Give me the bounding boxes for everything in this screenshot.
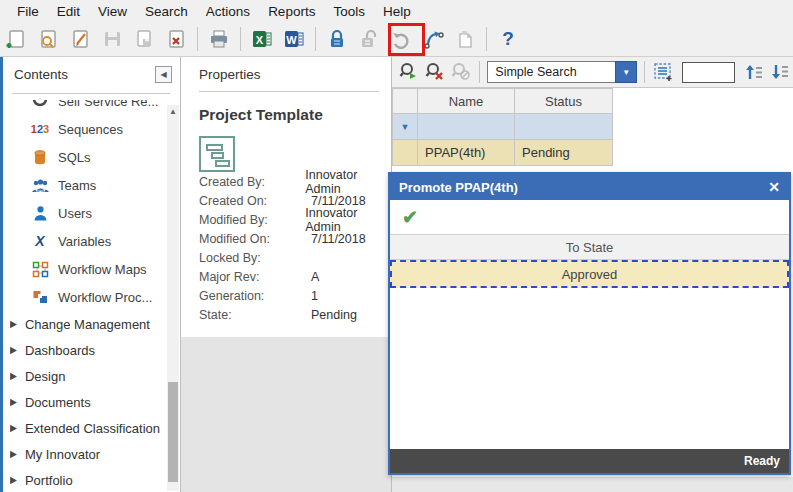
search-button[interactable] bbox=[33, 25, 63, 53]
workflow-process-icon bbox=[30, 288, 50, 306]
close-button[interactable]: ✕ bbox=[768, 179, 780, 195]
properties-panel: Properties Project Template Created By: … bbox=[181, 57, 392, 492]
clear-search-button[interactable] bbox=[422, 59, 448, 85]
workflow-map-icon bbox=[30, 260, 50, 278]
sidebar-item-variables[interactable]: X Variables bbox=[0, 227, 180, 255]
chevron-right-icon[interactable]: ▶ bbox=[10, 397, 17, 408]
menu-edit[interactable]: Edit bbox=[48, 2, 89, 21]
toolbar-separator bbox=[486, 27, 487, 51]
chevron-right-icon[interactable]: ▶ bbox=[10, 319, 17, 330]
sidebar-item-sequences[interactable]: 123 Sequences bbox=[0, 115, 180, 143]
promote-dialog: Promote PPAP(4th) ✕ ✔ To State Approved … bbox=[388, 172, 791, 475]
sidebar-item-teams[interactable]: Teams bbox=[0, 171, 180, 199]
search-mode-select[interactable]: Simple Search ▼ bbox=[487, 61, 637, 83]
sidebar-item-label: Dashboards bbox=[25, 343, 95, 358]
save-as-button[interactable] bbox=[129, 25, 159, 53]
chevron-right-icon[interactable]: ▶ bbox=[10, 449, 17, 460]
collapse-left-icon: ◀ bbox=[160, 70, 166, 79]
chevron-down-icon: ▼ bbox=[622, 68, 630, 77]
cell-status[interactable]: Pending bbox=[515, 140, 613, 166]
menu-reports[interactable]: Reports bbox=[259, 2, 324, 21]
sidebar-item-users[interactable]: Users bbox=[0, 199, 180, 227]
page-size-input[interactable] bbox=[682, 62, 734, 83]
delete-button[interactable] bbox=[161, 25, 191, 53]
chevron-right-icon[interactable]: ▶ bbox=[10, 371, 17, 382]
paste-button[interactable] bbox=[450, 25, 480, 53]
chevron-right-icon[interactable]: ▶ bbox=[10, 475, 17, 486]
to-state-column-header: To State bbox=[390, 234, 789, 260]
scrollbar-thumb[interactable] bbox=[168, 382, 178, 482]
sidebar-item-change-management[interactable]: ▶ Change Management bbox=[0, 311, 180, 337]
row-handle-cell[interactable] bbox=[393, 140, 418, 166]
menu-actions[interactable]: Actions bbox=[197, 2, 259, 21]
edit-button[interactable] bbox=[65, 25, 95, 53]
grid-header-row: Name Status bbox=[393, 89, 613, 114]
state-option-approved[interactable]: Approved bbox=[390, 260, 789, 288]
sidebar-item-workflow-processes[interactable]: Workflow Proc... bbox=[0, 283, 180, 311]
field-label: Modified By: bbox=[199, 213, 305, 227]
export-excel-button[interactable]: X bbox=[247, 25, 277, 53]
chevron-right-icon[interactable]: ▶ bbox=[10, 423, 17, 434]
sidebar-scrollbar[interactable]: ▲ bbox=[167, 105, 179, 491]
menu-search[interactable]: Search bbox=[136, 2, 197, 21]
column-header-status[interactable]: Status bbox=[515, 89, 613, 114]
word-icon: W bbox=[283, 28, 305, 50]
dropdown-button[interactable]: ▼ bbox=[615, 61, 637, 83]
undo-icon bbox=[390, 28, 412, 50]
application-window: File Edit View Search Actions Reports To… bbox=[0, 0, 793, 492]
new-item-button[interactable] bbox=[1, 25, 31, 53]
properties-panel-title: Properties bbox=[181, 57, 391, 82]
chevron-right-icon[interactable]: ▶ bbox=[10, 345, 17, 356]
menu-help[interactable]: Help bbox=[374, 2, 420, 21]
sidebar-item-label: Self Service Re... bbox=[58, 100, 158, 109]
sidebar-item-workflow-maps[interactable]: Workflow Maps bbox=[0, 255, 180, 283]
unlock-button[interactable] bbox=[354, 25, 384, 53]
run-search-button[interactable] bbox=[396, 59, 422, 85]
cell-name[interactable]: PPAP(4th) bbox=[418, 140, 515, 166]
divider bbox=[12, 93, 170, 94]
filter-input-name[interactable] bbox=[418, 114, 515, 140]
dialog-toolbar: ✔ bbox=[390, 200, 789, 234]
dialog-title-bar[interactable]: Promote PPAP(4th) ✕ bbox=[390, 174, 789, 200]
scroll-up-icon[interactable]: ▲ bbox=[167, 107, 179, 116]
teams-icon bbox=[30, 176, 50, 194]
save-as-icon bbox=[133, 28, 155, 50]
contents-tree: Self Service Re... 123 Sequences SQLs Te… bbox=[0, 100, 180, 492]
menu-view[interactable]: View bbox=[89, 2, 136, 21]
help-button[interactable]: ? bbox=[493, 25, 523, 53]
sidebar-item-label: SQLs bbox=[58, 150, 91, 165]
filter-input-status[interactable] bbox=[515, 114, 613, 140]
sequences-123-icon: 123 bbox=[30, 120, 50, 138]
sidebar-item-dashboards[interactable]: ▶ Dashboards bbox=[0, 337, 180, 363]
results-grid: Name Status ▼ PPAP(4th) Pending bbox=[392, 88, 613, 166]
sidebar-item-sqls[interactable]: SQLs bbox=[0, 143, 180, 171]
sidebar-item-extended-classification[interactable]: ▶ Extended Classification bbox=[0, 415, 180, 441]
collapse-panel-button[interactable]: ◀ bbox=[155, 66, 172, 83]
search-disabled-button bbox=[448, 59, 474, 85]
sort-descending-button[interactable] bbox=[767, 59, 793, 85]
sidebar-item-label: Workflow Maps bbox=[58, 262, 147, 277]
menu-file[interactable]: File bbox=[8, 2, 48, 21]
promote-button[interactable] bbox=[418, 25, 448, 53]
sidebar-item-documents[interactable]: ▶ Documents bbox=[0, 389, 180, 415]
export-word-button[interactable]: W bbox=[279, 25, 309, 53]
sidebar-item-self-service[interactable]: Self Service Re... bbox=[0, 100, 180, 115]
lock-icon bbox=[326, 28, 348, 50]
sort-ascending-button[interactable] bbox=[741, 59, 767, 85]
sidebar-item-portfolio[interactable]: ▶ Portfolio bbox=[0, 467, 180, 492]
sidebar-item-my-innovator[interactable]: ▶ My Innovator bbox=[0, 441, 180, 467]
grid-data-row[interactable]: PPAP(4th) Pending bbox=[393, 140, 613, 166]
print-button[interactable] bbox=[204, 25, 234, 53]
menu-tools[interactable]: Tools bbox=[324, 2, 374, 21]
confirm-button[interactable]: ✔ bbox=[402, 206, 418, 229]
sidebar-item-design[interactable]: ▶ Design bbox=[0, 363, 180, 389]
filter-dropdown-cell[interactable]: ▼ bbox=[393, 114, 418, 140]
sort-descending-icon bbox=[770, 62, 790, 82]
select-all-button[interactable] bbox=[650, 59, 676, 85]
field-label: State: bbox=[199, 308, 311, 322]
undo-button[interactable] bbox=[386, 25, 416, 53]
lock-button[interactable] bbox=[322, 25, 352, 53]
column-header-name[interactable]: Name bbox=[418, 89, 515, 114]
dialog-status-bar: Ready bbox=[390, 449, 789, 473]
save-button[interactable] bbox=[97, 25, 127, 53]
